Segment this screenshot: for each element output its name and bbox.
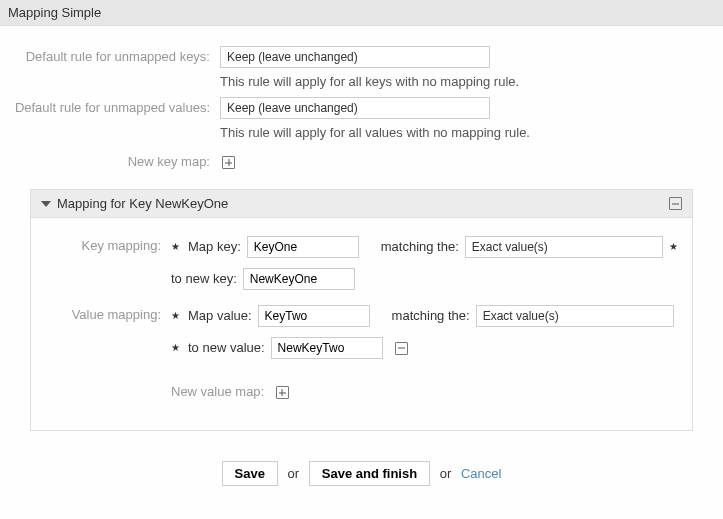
value-unmapped-values: Keep (leave unchanged) This rule will ap…	[220, 97, 713, 140]
label-unmapped-values: Default rule for unmapped values:	[10, 100, 220, 115]
value-new-key-map	[220, 154, 713, 169]
label-new-key-map: New key map:	[10, 154, 220, 169]
value-unmapped-keys: Keep (leave unchanged) This rule will ap…	[220, 46, 713, 89]
row-value-mapping: Value mapping: ★ Map value: matching the…	[31, 302, 682, 405]
help-unmapped-values: This rule will apply for all values with…	[220, 125, 713, 140]
main-content: Default rule for unmapped keys: Keep (le…	[0, 26, 723, 496]
required-star-icon: ★	[171, 234, 180, 260]
panel-header-left: Mapping for Key NewKeyOne	[41, 196, 228, 211]
label-value-mapping: Value mapping:	[31, 307, 171, 322]
content-value-mapping: ★ Map value: matching the: Exact value(s…	[171, 302, 682, 405]
map-key-input[interactable]	[247, 236, 359, 258]
help-unmapped-keys: This rule will apply for all keys with n…	[220, 74, 713, 89]
page-title: Mapping Simple	[8, 5, 101, 20]
collapse-triangle-icon[interactable]	[41, 201, 51, 207]
select-value-matching[interactable]: Exact value(s)	[476, 305, 674, 327]
label-key-mapping: Key mapping:	[31, 238, 171, 253]
new-value-map-label: New value map:	[171, 384, 264, 399]
required-star-icon: ★	[669, 234, 678, 260]
row-unmapped-keys: Default rule for unmapped keys: Keep (le…	[10, 46, 713, 89]
matching-text-1: matching the:	[381, 234, 459, 260]
required-star-icon: ★	[171, 303, 180, 329]
panel-title: Mapping for Key NewKeyOne	[57, 196, 228, 211]
or-text-2: or	[440, 466, 452, 481]
to-new-value-text: to new value:	[188, 335, 265, 361]
select-key-matching[interactable]: Exact value(s)	[465, 236, 663, 258]
mapping-panel: Mapping for Key NewKeyOne Key mapping: ★…	[30, 189, 693, 431]
or-text-1: or	[288, 466, 300, 481]
new-key-input[interactable]	[243, 268, 355, 290]
row-unmapped-values: Default rule for unmapped values: Keep (…	[10, 97, 713, 140]
buttons-row: Save or Save and finish or Cancel	[10, 461, 713, 486]
save-finish-button[interactable]: Save and finish	[309, 461, 430, 486]
row-key-mapping: Key mapping: ★ Map key: matching the: Ex…	[31, 233, 682, 292]
map-key-text: Map key:	[188, 234, 241, 260]
new-value-input[interactable]	[271, 337, 383, 359]
panel-body: Key mapping: ★ Map key: matching the: Ex…	[31, 218, 692, 430]
map-value-input[interactable]	[258, 305, 370, 327]
cancel-link[interactable]: Cancel	[461, 466, 501, 481]
map-value-text: Map value:	[188, 303, 252, 329]
to-new-key-text: to new key:	[171, 266, 237, 292]
row-new-key-map: New key map:	[10, 154, 713, 169]
plus-icon[interactable]	[222, 156, 235, 169]
matching-text-2: matching the:	[392, 303, 470, 329]
label-unmapped-keys: Default rule for unmapped keys:	[10, 49, 220, 64]
plus-icon[interactable]	[276, 386, 289, 399]
page-header: Mapping Simple	[0, 0, 723, 26]
select-unmapped-keys[interactable]: Keep (leave unchanged)	[220, 46, 490, 68]
remove-value-icon[interactable]	[395, 342, 408, 355]
panel-header[interactable]: Mapping for Key NewKeyOne	[31, 190, 692, 218]
select-unmapped-values[interactable]: Keep (leave unchanged)	[220, 97, 490, 119]
remove-panel-icon[interactable]	[669, 197, 682, 210]
content-key-mapping: ★ Map key: matching the: Exact value(s) …	[171, 233, 682, 292]
save-button[interactable]: Save	[222, 461, 278, 486]
required-star-icon: ★	[171, 335, 180, 361]
